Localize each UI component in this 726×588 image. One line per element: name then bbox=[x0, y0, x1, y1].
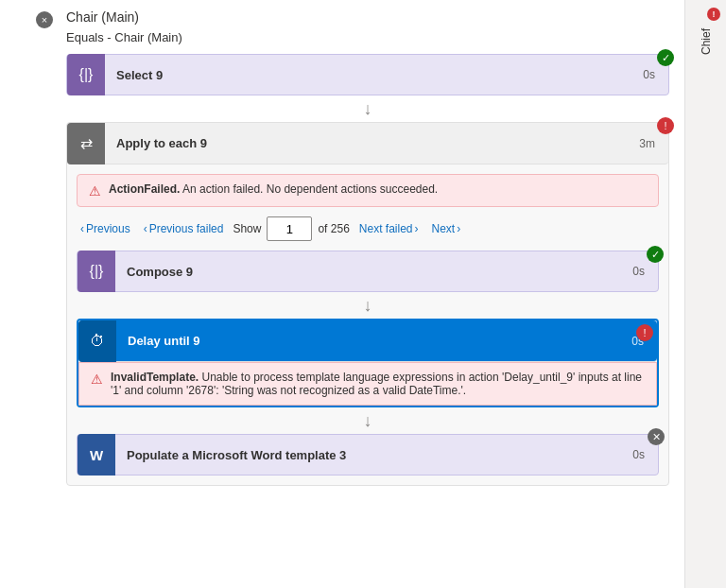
chevron-left-prev-icon: ‹ bbox=[80, 222, 84, 235]
apply-each-step: ⇄ Apply to each 9 3m ! ⚠ ActionFailed. A… bbox=[66, 122, 669, 486]
select9-duration: 0s bbox=[643, 68, 655, 81]
apply-each-status: ! bbox=[657, 117, 674, 134]
warning-icon-1: ⚠ bbox=[89, 183, 101, 199]
sidebar-label: Chief bbox=[700, 28, 713, 55]
apply-inner: ⚠ ActionFailed. An action failed. No dep… bbox=[67, 164, 668, 485]
pagination: ‹ Previous ‹ Previous failed Show of 256… bbox=[77, 216, 659, 241]
next-button[interactable]: Next › bbox=[428, 220, 465, 237]
word-template-label: Populate a Microsoft Word template 3 bbox=[115, 448, 632, 462]
delay9-step: ⏱ Delay until 9 0s ! ⚠ InvalidTemplate. … bbox=[77, 319, 659, 407]
word-template-header[interactable]: W Populate a Microsoft Word template 3 0… bbox=[77, 434, 659, 476]
breadcrumb: Chair (Main) bbox=[15, 9, 669, 25]
chevron-right-nextfail-icon: › bbox=[415, 222, 419, 235]
arrow-3: ↓ bbox=[77, 407, 659, 434]
previous-failed-button[interactable]: ‹ Previous failed bbox=[140, 220, 228, 237]
arrow-2: ↓ bbox=[77, 292, 659, 319]
compose9-header[interactable]: {|} Compose 9 0s ✓ bbox=[77, 251, 659, 292]
apply-error-banner: ⚠ ActionFailed. An action failed. No dep… bbox=[77, 174, 659, 207]
delay9-header[interactable]: ⏱ Delay until 9 0s ! bbox=[78, 320, 657, 362]
select9-label: Select 9 bbox=[105, 68, 643, 82]
word-template-duration: 0s bbox=[632, 448, 645, 461]
apply-each-label: Apply to each 9 bbox=[105, 136, 639, 150]
content-area: Chair (Main) Equals - Chair (Main) {|} S… bbox=[0, 0, 684, 588]
next-failed-button[interactable]: Next failed › bbox=[355, 220, 423, 237]
compose9-duration: 0s bbox=[632, 265, 645, 278]
delay9-label: Delay until 9 bbox=[116, 334, 631, 348]
close-button[interactable]: × bbox=[36, 11, 53, 28]
word-template-step: W Populate a Microsoft Word template 3 0… bbox=[77, 434, 659, 476]
apply-each-duration: 3m bbox=[639, 137, 655, 150]
chevron-right-next-icon: › bbox=[457, 222, 460, 235]
word-template-status: ✕ bbox=[648, 428, 665, 445]
select9-icon: {|} bbox=[67, 54, 105, 95]
warning-icon-2: ⚠ bbox=[91, 372, 103, 387]
page-input[interactable] bbox=[267, 216, 312, 241]
show-label: Show bbox=[233, 222, 261, 235]
previous-button[interactable]: ‹ Previous bbox=[77, 220, 134, 237]
sidebar-error-badge: ! bbox=[707, 8, 720, 21]
equals-label: Equals - Chair (Main) bbox=[66, 30, 669, 44]
delay-error-banner: ⚠ InvalidTemplate. Unable to process tem… bbox=[78, 362, 657, 406]
apply-each-header[interactable]: ⇄ Apply to each 9 3m ! bbox=[67, 123, 668, 164]
compose9-status: ✓ bbox=[647, 246, 664, 263]
right-sidebar: ! Chief bbox=[684, 0, 726, 588]
chevron-left-prevfail-icon: ‹ bbox=[144, 222, 147, 235]
select9-status: ✓ bbox=[657, 49, 674, 66]
apply-each-icon: ⇄ bbox=[67, 123, 105, 164]
delay9-icon: ⏱ bbox=[78, 320, 116, 362]
compose9-icon: {|} bbox=[78, 251, 115, 292]
compose9-label: Compose 9 bbox=[115, 265, 632, 279]
main-panel: × Chair (Main) Equals - Chair (Main) {|}… bbox=[0, 0, 684, 588]
compose9-step: {|} Compose 9 0s ✓ bbox=[77, 251, 659, 292]
apply-error-text: ActionFailed. An action failed. No depen… bbox=[109, 182, 438, 196]
select9-step: {|} Select 9 0s ✓ bbox=[66, 54, 669, 95]
arrow-1: ↓ bbox=[66, 95, 669, 122]
delay9-status: ! bbox=[636, 324, 653, 341]
word-template-icon: W bbox=[78, 434, 115, 476]
of-label: of 256 bbox=[318, 222, 349, 235]
select9-header[interactable]: {|} Select 9 0s ✓ bbox=[66, 54, 669, 95]
delay-error-text: InvalidTemplate. Unable to process templ… bbox=[111, 371, 645, 397]
